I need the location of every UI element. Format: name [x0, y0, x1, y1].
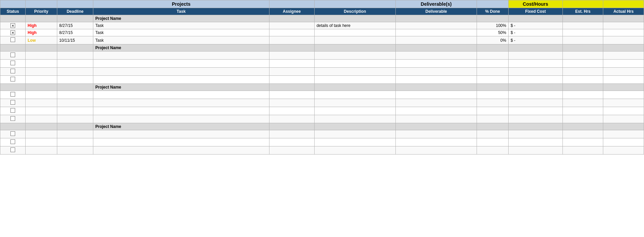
project-name-fixedcost — [508, 15, 562, 22]
table-row — [0, 107, 644, 115]
checkbox-checked[interactable]: ✕ — [10, 30, 15, 35]
assignee-cell — [269, 60, 314, 68]
checkbox-unchecked[interactable] — [10, 77, 15, 81]
project-name-assignee — [269, 44, 314, 52]
deadline-cell — [57, 99, 93, 107]
pctdone-cell — [477, 115, 509, 123]
table-row — [0, 68, 644, 76]
task-cell — [93, 76, 269, 84]
esthrs-cell — [562, 22, 603, 29]
checkbox-unchecked[interactable] — [10, 37, 15, 42]
checkbox-unchecked[interactable] — [10, 116, 15, 121]
table-row — [0, 52, 644, 60]
fixedcost-cell — [508, 60, 562, 68]
task-cell — [93, 146, 269, 155]
deadline-cell — [57, 130, 93, 138]
checkbox-unchecked[interactable] — [10, 92, 15, 97]
task-cell — [93, 60, 269, 68]
group-header-costhours-label: Cost/Hours — [508, 0, 562, 8]
project-name-priority — [26, 15, 57, 22]
esthrs-cell — [562, 36, 603, 44]
status-cell[interactable] — [0, 130, 26, 138]
deadline-cell — [57, 76, 93, 84]
table-row: ✕ High 8/27/15 Task 50% $ - — [0, 29, 644, 36]
assignee-cell — [269, 130, 314, 138]
project-name-row: Project Name — [0, 123, 644, 130]
project-name-row: Project Name — [0, 44, 644, 52]
fixedcost-cell: $ - — [508, 29, 562, 36]
deadline-cell — [57, 138, 93, 146]
status-cell[interactable] — [0, 138, 26, 146]
deadline-cell — [57, 60, 93, 68]
actualhrs-cell — [603, 76, 644, 84]
status-cell[interactable] — [0, 36, 26, 44]
checkbox-unchecked[interactable] — [10, 61, 15, 65]
esthrs-cell — [562, 130, 603, 138]
status-cell[interactable] — [0, 52, 26, 60]
status-cell[interactable] — [0, 68, 26, 76]
project-name-actualhrs — [603, 84, 644, 91]
deadline-cell — [57, 115, 93, 123]
fixedcost-cell — [508, 130, 562, 138]
pctdone-cell: 50% — [477, 29, 509, 36]
project-name-actualhrs — [603, 15, 644, 22]
status-cell[interactable] — [0, 146, 26, 155]
status-cell[interactable] — [0, 115, 26, 123]
assignee-cell — [269, 29, 314, 36]
project-name-description — [314, 15, 395, 22]
checkbox-unchecked[interactable] — [10, 139, 15, 144]
project-name-esthrs — [562, 84, 603, 91]
actualhrs-cell — [603, 52, 644, 60]
actualhrs-cell — [603, 60, 644, 68]
status-cell[interactable]: ✕ — [0, 22, 26, 29]
status-cell[interactable] — [0, 99, 26, 107]
group-header-projects-span-start — [0, 0, 26, 8]
table-body: Project Name ✕ High 8/27/15 Task details… — [0, 15, 644, 155]
fixedcost-cell — [508, 115, 562, 123]
status-cell[interactable]: ✕ — [0, 29, 26, 36]
actualhrs-cell — [603, 138, 644, 146]
esthrs-cell — [562, 99, 603, 107]
assignee-cell — [269, 91, 314, 99]
project-name-row: Project Name — [0, 84, 644, 91]
pctdone-cell — [477, 130, 509, 138]
priority-cell — [26, 76, 57, 84]
description-cell — [314, 130, 395, 138]
checkbox-unchecked[interactable] — [10, 131, 15, 136]
table-row — [0, 138, 644, 146]
assignee-cell — [269, 99, 314, 107]
project-name-pctdone — [477, 44, 509, 52]
col-header-assignee: Assignee — [269, 8, 314, 15]
fixedcost-cell — [508, 52, 562, 60]
checkbox-checked[interactable]: ✕ — [10, 23, 15, 28]
project-name-pctdone — [477, 123, 509, 130]
project-name-label: Project Name — [93, 44, 269, 52]
project-name-description — [314, 44, 395, 52]
checkbox-unchecked[interactable] — [10, 147, 15, 152]
status-cell[interactable] — [0, 107, 26, 115]
actualhrs-cell — [603, 68, 644, 76]
checkbox-unchecked[interactable] — [10, 100, 15, 105]
task-cell — [93, 52, 269, 60]
deadline-cell: 8/27/15 — [57, 29, 93, 36]
table-row: Low 10/11/15 Task 0% $ - — [0, 36, 644, 44]
task-cell — [93, 138, 269, 146]
status-cell[interactable] — [0, 76, 26, 84]
status-cell[interactable] — [0, 91, 26, 99]
checkbox-unchecked[interactable] — [10, 108, 15, 113]
checkbox-unchecked[interactable] — [10, 69, 15, 73]
table-row — [0, 146, 644, 155]
checkbox-unchecked[interactable] — [10, 53, 15, 57]
project-name-assignee — [269, 15, 314, 22]
col-header-description: Description — [314, 8, 395, 15]
deliverable-cell — [395, 29, 477, 36]
project-name-label: Project Name — [93, 15, 269, 22]
description-cell — [314, 60, 395, 68]
status-cell[interactable] — [0, 60, 26, 68]
priority-cell — [26, 91, 57, 99]
project-name-status — [0, 44, 26, 52]
deadline-cell: 10/11/15 — [57, 36, 93, 44]
project-name-deadline — [57, 15, 93, 22]
deliverable-cell — [395, 107, 477, 115]
pctdone-cell — [477, 107, 509, 115]
